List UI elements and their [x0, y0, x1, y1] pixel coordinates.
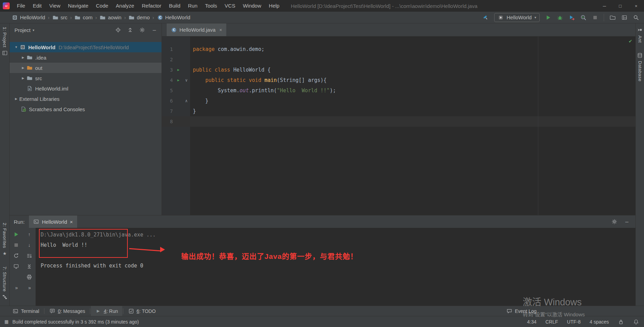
- editor-tab-helloworld-java[interactable]: C HelloWorld.java ×: [167, 23, 226, 36]
- menu-window[interactable]: Window: [239, 0, 265, 12]
- expand-arrow-icon[interactable]: ▶: [13, 97, 19, 101]
- menu-code[interactable]: Code: [92, 0, 112, 12]
- debug-button-icon[interactable]: [557, 14, 563, 21]
- sort-button-icon[interactable]: [26, 253, 32, 259]
- settings-button-icon[interactable]: [611, 219, 617, 225]
- menu-analyze[interactable]: Analyze: [112, 0, 138, 12]
- toolwindow-folder-button-icon[interactable]: [610, 14, 616, 21]
- coverage-button-icon[interactable]: [569, 14, 575, 21]
- printer-button-icon[interactable]: [26, 274, 32, 280]
- stripe-tab-database[interactable]: Database: [637, 52, 643, 82]
- run-configuration-select[interactable]: HelloWorld▾: [494, 13, 540, 22]
- hide-panels-button-icon[interactable]: [621, 14, 627, 21]
- tree-item-out[interactable]: ▶out: [10, 63, 162, 73]
- menu-navigate[interactable]: Navigate: [64, 0, 92, 12]
- profiler-button-icon[interactable]: [580, 14, 586, 21]
- stop-button-icon[interactable]: [592, 14, 598, 21]
- tree-item-idea[interactable]: ▶.idea: [10, 52, 162, 63]
- expand-arrow-icon[interactable]: ▶: [20, 56, 26, 59]
- menu-run[interactable]: Run: [184, 0, 201, 12]
- inspection-ok-icon[interactable]: ✔: [629, 38, 632, 44]
- toolwindow-tab-4-run[interactable]: ▶4: Run: [91, 306, 122, 316]
- close-button[interactable]: ×: [628, 0, 644, 12]
- code-editor[interactable]: ✔ 1package com.aowin.demo;23▶public clas…: [162, 36, 635, 215]
- breadcrumb-src[interactable]: src: [52, 14, 67, 21]
- menu-tools[interactable]: Tools: [201, 0, 221, 12]
- toolwindow-tab-label: Terminal: [21, 308, 39, 314]
- stop-button-icon[interactable]: [13, 242, 19, 248]
- menu-view[interactable]: View: [45, 0, 64, 12]
- breadcrumb-aowin[interactable]: aowin: [100, 14, 121, 21]
- menu-file[interactable]: File: [13, 0, 29, 12]
- menu-edit[interactable]: Edit: [29, 0, 45, 12]
- tab-separator: [90, 308, 90, 314]
- more-button-icon[interactable]: »: [26, 285, 32, 291]
- build-hammer-button-icon[interactable]: [482, 14, 489, 21]
- menu-build[interactable]: Build: [165, 0, 184, 12]
- toolwindow-tab-terminal[interactable]: Terminal: [8, 306, 43, 316]
- up-button-icon[interactable]: ↑: [26, 231, 32, 238]
- tree-item-helloworld-iml[interactable]: HelloWorld.iml: [10, 83, 162, 94]
- breadcrumb: HelloWorld›src›com›aowin›demo›CHelloWorl…: [12, 14, 190, 21]
- toolwindow-switcher-icon[interactable]: ▦: [3, 319, 10, 325]
- down-button-icon[interactable]: ↓: [26, 242, 32, 248]
- breadcrumb-com[interactable]: com: [74, 14, 92, 21]
- stripe-tab-1-project[interactable]: 1: Project: [2, 27, 8, 56]
- tree-item-helloworld[interactable]: ▼HelloWorldD:\IdeaProject\Test\HelloWorl…: [10, 42, 162, 52]
- folder-icon: [74, 14, 81, 21]
- fold-up-icon[interactable]: ∧: [183, 96, 190, 106]
- more-button-icon[interactable]: »: [13, 285, 19, 291]
- monitor-button-icon[interactable]: [13, 263, 19, 270]
- tree-item-scratches-and-consoles[interactable]: Scratches and Consoles: [10, 104, 162, 114]
- expand-arrow-icon[interactable]: ▶: [20, 76, 26, 80]
- stripe-tab-2-favorites[interactable]: 2: Favorites★: [2, 223, 8, 257]
- caret-position-widget[interactable]: 4:34: [527, 319, 536, 325]
- collapse-all-button-icon[interactable]: [127, 27, 133, 33]
- close-run-tab-icon[interactable]: ×: [70, 219, 73, 225]
- indent-widget[interactable]: 4 spaces: [590, 319, 609, 325]
- token: }: [193, 108, 196, 114]
- left-stripe-top: 1: Project: [2, 27, 8, 56]
- line-separator-widget[interactable]: CRLF: [546, 319, 558, 325]
- restart-button-icon[interactable]: [13, 253, 19, 259]
- readonly-lock-icon[interactable]: [618, 319, 624, 325]
- encoding-widget[interactable]: UTF-8: [567, 319, 581, 325]
- maximize-button[interactable]: □: [612, 0, 628, 12]
- close-tab-icon[interactable]: ×: [219, 27, 222, 33]
- run-tab-helloworld[interactable]: HelloWorld ×: [29, 215, 77, 228]
- tree-item-src[interactable]: ▶src: [10, 73, 162, 83]
- toolwindow-tab-6-todo[interactable]: 6: TODO: [124, 306, 160, 316]
- rerun-button-icon[interactable]: [13, 231, 19, 238]
- search-everywhere-button-icon[interactable]: [633, 14, 639, 21]
- stripe-tab-label: 7: Structure: [2, 266, 7, 292]
- run-button-icon[interactable]: [545, 14, 551, 21]
- tree-item-external-libraries[interactable]: ▶External Libraries: [10, 94, 162, 104]
- menu-vcs[interactable]: VCS: [221, 0, 239, 12]
- toolwindow-tab-0-messages[interactable]: 0: Messages: [45, 306, 89, 316]
- token: out: [239, 87, 249, 94]
- locate-button-icon[interactable]: [115, 27, 121, 33]
- idea-logo-icon: IJ: [3, 2, 10, 9]
- hide-button-icon[interactable]: ─: [624, 219, 630, 225]
- chevron-down-icon[interactable]: ▾: [534, 15, 536, 19]
- breadcrumb-demo[interactable]: demo: [128, 14, 150, 21]
- settings-button-icon[interactable]: [139, 27, 145, 33]
- menu-help[interactable]: Help: [265, 0, 283, 12]
- expand-arrow-icon[interactable]: ▶: [20, 66, 26, 70]
- run-line-icon[interactable]: ▶: [174, 65, 183, 75]
- event-log-button[interactable]: Event Log: [506, 308, 537, 314]
- expand-arrow-icon[interactable]: ▼: [13, 45, 19, 49]
- menu-refactor[interactable]: Refactor: [138, 0, 165, 12]
- scroll-end-button-icon[interactable]: [26, 263, 32, 270]
- hide-button-icon[interactable]: ─: [151, 27, 157, 33]
- stripe-tab-ant[interactable]: Ant: [637, 27, 643, 43]
- run-line-icon[interactable]: ▶: [174, 75, 183, 85]
- minimize-button[interactable]: ─: [596, 0, 612, 12]
- breadcrumb-helloworld[interactable]: HelloWorld: [12, 14, 45, 21]
- fold-down-icon[interactable]: ∨: [183, 75, 190, 85]
- project-panel-title[interactable]: Project: [14, 27, 31, 33]
- chevron-down-icon[interactable]: ▾: [33, 28, 34, 32]
- breadcrumb-helloworld[interactable]: CHelloWorld: [157, 14, 190, 21]
- notifications-icon[interactable]: [633, 319, 639, 325]
- stripe-tab-7-structure[interactable]: 7: Structure: [2, 266, 8, 300]
